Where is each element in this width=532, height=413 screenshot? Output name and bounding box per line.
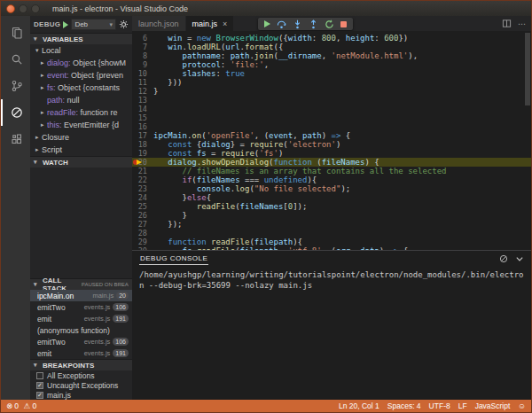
activity-bar-source-control[interactable] — [1, 73, 30, 99]
line-number[interactable]: 21 — [132, 167, 153, 175]
line-number[interactable]: 10 — [132, 69, 153, 78]
line-number[interactable]: 29 — [132, 238, 153, 246]
step-into-button[interactable] — [293, 19, 302, 29]
variable-readFile[interactable]: ▸readFile: function re — [30, 106, 132, 119]
clear-console-icon[interactable] — [499, 254, 508, 263]
line-number[interactable]: 30 — [132, 246, 153, 250]
encoding-setting[interactable]: UTF-8 — [429, 401, 450, 410]
stack-frame-4[interactable]: emitTwoevents.js106 — [30, 336, 132, 347]
tab-main-js[interactable]: main.js× — [186, 16, 235, 31]
breakpoints-section-header[interactable]: ▾ BREAKPOINTS — [30, 359, 132, 370]
line-number[interactable]: 12 — [132, 87, 153, 96]
line-number[interactable]: 27 — [132, 220, 153, 229]
step-over-button[interactable] — [277, 19, 286, 29]
activity-bar-debug[interactable] — [1, 99, 30, 126]
code-line-28[interactable]: 28 — [132, 229, 531, 238]
code-line-25[interactable]: 25 readFile(fileNames[0]); — [132, 202, 531, 211]
window-minimize-button[interactable] — [19, 4, 27, 13]
split-editor-button[interactable] — [502, 19, 512, 28]
breakpoint-1[interactable]: ✓Uncaught Exceptions — [30, 380, 132, 390]
activity-bar-explorer[interactable] — [1, 19, 30, 46]
restart-button[interactable] — [325, 19, 334, 29]
indentation-setting[interactable]: Spaces: 4 — [387, 401, 421, 410]
error-count[interactable]: ⊗ 0 — [6, 401, 19, 410]
code-line-27[interactable]: 27 }); — [132, 220, 531, 229]
code-line-12[interactable]: 12} — [132, 87, 531, 96]
code-line-15[interactable]: 15 — [132, 113, 531, 122]
editor-scrollbar[interactable] — [525, 33, 530, 105]
debug-console-tab[interactable]: DEBUG CONSOLE — [139, 253, 208, 265]
variables-scope-closure[interactable]: ▸Closure — [30, 131, 132, 144]
code-line-23[interactable]: 23 console.log("No file selected"); — [132, 184, 531, 193]
line-number[interactable]: 19 — [132, 149, 153, 158]
eol-setting[interactable]: LF — [458, 401, 467, 410]
start-debug-button[interactable] — [63, 21, 68, 28]
stack-frame-5[interactable]: emitevents.js191 — [30, 347, 132, 359]
variable-event[interactable]: ▸event: Object {preven — [30, 69, 132, 82]
line-number[interactable]: 16 — [132, 122, 153, 131]
language-mode[interactable]: JavaScript — [475, 401, 511, 410]
step-out-button[interactable] — [309, 19, 318, 29]
activity-bar-extensions[interactable] — [1, 126, 30, 152]
line-number[interactable]: 8 — [132, 51, 153, 60]
line-number[interactable]: 13 — [132, 96, 153, 105]
variable-fs[interactable]: ▸fs: Object {constants — [30, 82, 132, 94]
code-line-16[interactable]: 16 — [132, 122, 531, 131]
code-line-21[interactable]: 21 // fileNames is an array that contain… — [132, 167, 531, 175]
variable-this[interactable]: ▸this: EventEmitter {d — [30, 119, 132, 131]
variable-path[interactable]: path: null — [30, 94, 132, 106]
line-number[interactable]: 17 — [132, 131, 153, 140]
window-close-button[interactable] — [6, 4, 15, 13]
code-line-14[interactable]: 14 — [132, 105, 531, 113]
line-number[interactable]: 9 — [132, 60, 153, 69]
stack-frame-3[interactable]: (anonymous function) — [30, 324, 132, 336]
code-line-18[interactable]: 18 const {dialog} = require('electron') — [132, 140, 531, 149]
line-number[interactable]: 14 — [132, 105, 153, 113]
stack-frame-0[interactable]: ipcMain.onmain.js20 — [30, 290, 132, 301]
collapse-panel-chevron-icon[interactable] — [515, 254, 524, 263]
warning-count[interactable]: ⚠ 0 — [24, 401, 36, 410]
breakpoint-checkbox[interactable]: ✓ — [36, 382, 43, 389]
code-line-10[interactable]: 10 slashes: true — [132, 69, 531, 78]
line-number[interactable]: 7 — [132, 43, 153, 51]
code-line-20[interactable]: 20 dialog.showOpenDialog(function (fileN… — [132, 158, 531, 167]
breakpoint-checkbox[interactable]: ✓ — [36, 392, 43, 399]
breakpoint-0[interactable]: All Exceptions — [30, 370, 132, 380]
line-number[interactable]: 6 — [132, 34, 153, 43]
code-line-17[interactable]: 17ipcMain.on('openFile', (event, path) =… — [132, 131, 531, 140]
line-number[interactable]: 23 — [132, 184, 153, 193]
code-editor[interactable]: 6 win = new BrowserWindow({width: 800, h… — [132, 31, 531, 250]
code-line-30[interactable]: 30 fs.readFile(filepath, 'utf-8', (err, … — [132, 246, 531, 250]
code-line-24[interactable]: 24 }else{ — [132, 193, 531, 202]
code-line-7[interactable]: 7 win.loadURL(url.format({ — [132, 43, 531, 51]
debug-settings-gear-icon[interactable] — [119, 19, 129, 29]
line-number[interactable]: 22 — [132, 175, 153, 184]
variables-scope-local[interactable]: ▾Local — [30, 44, 132, 57]
breakpoint-2[interactable]: ✓main.js — [30, 390, 132, 400]
variable-dialog[interactable]: ▸dialog: Object {showM — [30, 57, 132, 69]
variables-scope-script[interactable]: ▸Script — [30, 144, 132, 156]
code-line-26[interactable]: 26 } — [132, 211, 531, 220]
call-stack-section-header[interactable]: ▾ CALL STACK PAUSED ON BREAKPO — [30, 278, 132, 290]
code-line-11[interactable]: 11 })) — [132, 78, 531, 87]
feedback-smiley-icon[interactable]: ☺ — [518, 401, 526, 410]
stack-frame-1[interactable]: emitTwoevents.js106 — [30, 301, 132, 313]
stack-frame-2[interactable]: emitevents.js191 — [30, 313, 132, 324]
line-number[interactable]: 18 — [132, 140, 153, 149]
cursor-position[interactable]: Ln 20, Col 1 — [339, 401, 379, 410]
stop-button[interactable] — [340, 21, 347, 27]
code-line-29[interactable]: 29 function readFile(filepath){ — [132, 238, 531, 246]
line-number[interactable]: 26 — [132, 211, 153, 220]
code-line-19[interactable]: 19 const fs = require('fs') — [132, 149, 531, 158]
tab-launch-json[interactable]: launch.json — [132, 16, 186, 31]
line-number[interactable]: 15 — [132, 113, 153, 122]
line-number[interactable]: 25 — [132, 202, 153, 211]
debug-config-dropdown[interactable]: Deb ▾ — [71, 19, 116, 30]
code-line-13[interactable]: 13 — [132, 96, 531, 105]
line-number[interactable]: 24 — [132, 193, 153, 202]
watch-section-header[interactable]: ▾ WATCH — [30, 156, 132, 168]
breakpoint-checkbox[interactable] — [36, 372, 43, 379]
close-tab-icon[interactable]: × — [223, 19, 227, 28]
window-maximize-button[interactable] — [31, 4, 40, 13]
activity-bar-search[interactable] — [1, 46, 30, 73]
